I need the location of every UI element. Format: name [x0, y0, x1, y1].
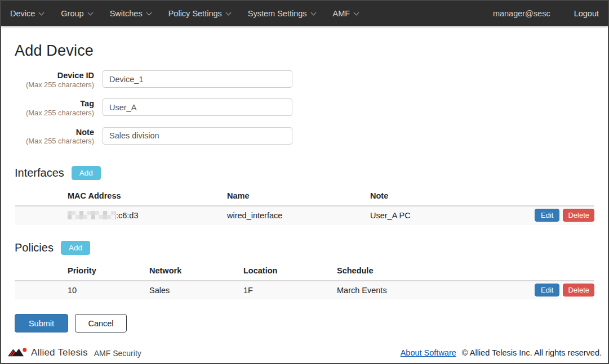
interface-note-cell: User_A PC: [370, 211, 535, 220]
nav-item-system-settings[interactable]: System Settings: [248, 9, 315, 18]
interfaces-col-name: Name: [227, 191, 370, 200]
main-content: Add Device Device ID (Max 255 characters…: [1, 42, 608, 332]
interfaces-section-header: Interfaces Add: [15, 166, 594, 180]
nav-item-label: Device: [10, 9, 35, 18]
note-label: Note: [15, 128, 94, 137]
form-actions: Submit Cancel: [15, 314, 594, 332]
device-id-label: Device ID: [15, 71, 94, 80]
nav-item-label: Switches: [110, 9, 143, 18]
policy-network-cell: Sales: [149, 286, 243, 295]
add-policy-button[interactable]: Add: [61, 241, 90, 255]
interface-name-cell: wired_interface: [227, 211, 370, 220]
logged-in-user: manager@sesc: [493, 9, 550, 18]
note-hint: (Max 255 characters): [15, 137, 94, 146]
chevron-down-icon: [39, 10, 45, 15]
policies-col-location: Location: [243, 266, 337, 275]
about-software-link[interactable]: About Software: [401, 348, 456, 357]
product-name: AMF Security: [94, 349, 141, 358]
note-field[interactable]: [103, 127, 292, 145]
add-interface-button[interactable]: Add: [72, 166, 101, 180]
tag-group: Tag (Max 255 characters): [15, 98, 594, 117]
policies-col-priority: Priority: [68, 266, 149, 275]
device-id-group: Device ID (Max 255 characters): [15, 70, 594, 89]
interface-mac-cell: :c6:d3: [68, 211, 227, 220]
policies-section-header: Policies Add: [15, 241, 594, 255]
chevron-down-icon: [146, 10, 152, 15]
policy-row-actions: Edit Delete: [535, 284, 594, 296]
delete-policy-button[interactable]: Delete: [563, 284, 594, 296]
policies-table: Priority Network Location Schedule 10 Sa…: [15, 262, 594, 299]
cancel-button[interactable]: Cancel: [75, 314, 127, 332]
nav-item-policy-settings[interactable]: Policy Settings: [168, 9, 230, 18]
nav-item-switches[interactable]: Switches: [110, 9, 151, 18]
policies-table-header: Priority Network Location Schedule: [15, 262, 594, 281]
nav-item-device[interactable]: Device: [10, 9, 43, 18]
chevron-down-icon: [310, 10, 316, 15]
policies-col-schedule: Schedule: [337, 266, 594, 275]
device-id-field[interactable]: [103, 70, 292, 88]
policy-location-cell: 1F: [243, 286, 337, 295]
note-group: Note (Max 255 characters): [15, 127, 594, 146]
tag-label: Tag: [15, 99, 94, 109]
nav-item-label: Policy Settings: [168, 9, 222, 18]
top-navbar: Device Group Switches Policy Settings Sy…: [1, 1, 608, 26]
logout-button[interactable]: Logout: [574, 9, 599, 18]
nav-item-label: System Settings: [248, 9, 307, 18]
brand-area: Allied Telesis AMF Security: [8, 347, 141, 358]
device-id-hint: (Max 255 characters): [15, 81, 94, 89]
tag-label-col: Tag (Max 255 characters): [15, 98, 94, 117]
page-footer: Allied Telesis AMF Security About Softwa…: [1, 344, 608, 363]
nav-item-amf[interactable]: AMF: [333, 9, 359, 18]
chevron-down-icon: [225, 10, 231, 15]
note-label-col: Note (Max 255 characters): [15, 127, 94, 146]
interface-table-row: :c6:d3 wired_interface User_A PC Edit De…: [15, 206, 594, 224]
interfaces-table: MAC Address Name Note :c6:d3 wired_inter…: [15, 187, 594, 224]
submit-button[interactable]: Submit: [15, 314, 68, 332]
policy-table-row: 10 Sales 1F March Events Edit Delete: [15, 281, 594, 299]
nav-item-group[interactable]: Group: [61, 9, 92, 18]
delete-interface-button[interactable]: Delete: [563, 209, 594, 222]
interfaces-title: Interfaces: [15, 167, 64, 179]
copyright-text: © Allied Telesis Inc. All rights reserve…: [462, 348, 602, 357]
redacted-mac-block: [68, 211, 116, 219]
footer-right: About Software © Allied Telesis Inc. All…: [401, 348, 602, 357]
policy-priority-cell: 10: [68, 286, 149, 295]
page-title: Add Device: [15, 42, 594, 60]
interfaces-col-mac: MAC Address: [68, 191, 227, 200]
tag-field[interactable]: [103, 98, 292, 116]
policy-schedule-cell: March Events: [337, 286, 535, 295]
interface-mac-suffix: :c6:d3: [116, 211, 139, 220]
device-id-label-col: Device ID (Max 255 characters): [15, 70, 94, 89]
policies-title: Policies: [15, 241, 54, 254]
edit-interface-button[interactable]: Edit: [535, 209, 559, 222]
interfaces-table-header: MAC Address Name Note: [15, 187, 594, 206]
interface-row-actions: Edit Delete: [535, 209, 594, 222]
allied-telesis-logo-icon: [8, 347, 27, 358]
tag-hint: (Max 255 characters): [15, 109, 94, 118]
brand-name: Allied Telesis: [31, 347, 88, 358]
chevron-down-icon: [87, 10, 93, 15]
chevron-down-icon: [354, 10, 359, 15]
policies-col-network: Network: [149, 266, 243, 275]
edit-policy-button[interactable]: Edit: [535, 284, 559, 296]
nav-item-label: Group: [61, 9, 83, 18]
interfaces-col-note: Note: [370, 191, 594, 200]
nav-item-label: AMF: [333, 9, 350, 18]
